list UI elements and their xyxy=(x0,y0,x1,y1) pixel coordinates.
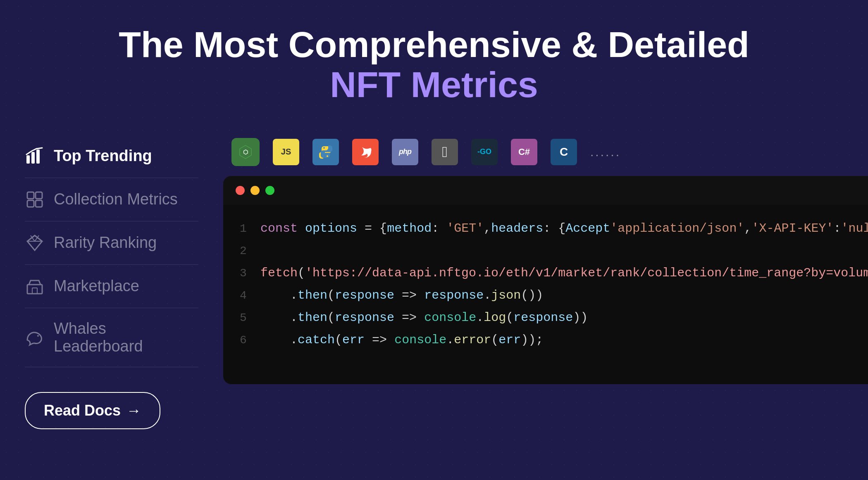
code-line-3: 3 fetch('https://data-api.nftgo.io/eth/v… xyxy=(223,262,868,284)
csharp-label: C# xyxy=(518,147,530,157)
hero-title-line1: The Most Comprehensive & Detailed xyxy=(119,25,749,65)
svg-text:⬡: ⬡ xyxy=(243,149,248,155)
code-panel: ⬡ JS xyxy=(223,138,868,384)
lang-icons-row: ⬡ JS xyxy=(223,138,868,166)
sidebar-item-rarity-ranking[interactable]: Rarity Ranking xyxy=(25,221,198,265)
lang-icon-go[interactable]: -GO xyxy=(471,139,498,165)
read-docs-button[interactable]: Read Docs → xyxy=(25,392,160,429)
whale-icon xyxy=(25,328,45,347)
sidebar-item-collection-metrics[interactable]: Collection Metrics xyxy=(25,178,198,221)
code-line-2: 2 xyxy=(223,240,868,262)
svg-rect-8 xyxy=(27,285,42,294)
sidebar: Top Trending Collection Metrics xyxy=(25,138,198,429)
sidebar-item-label-collection-metrics: Collection Metrics xyxy=(54,190,178,208)
read-docs-label: Read Docs xyxy=(44,402,121,419)
lang-icon-python[interactable] xyxy=(312,139,339,165)
code-line-4: 4 .then(response => response.json()) xyxy=(223,284,868,307)
code-content-3: fetch('https://data-api.nftgo.io/eth/v1/… xyxy=(260,262,868,284)
sidebar-item-label-whales-leaderboard: Whales Leaderboard xyxy=(54,320,198,355)
more-label: ...... xyxy=(590,145,621,159)
c-label: C xyxy=(560,145,568,159)
svg-rect-6 xyxy=(36,200,42,207)
arrow-right-icon: → xyxy=(126,402,141,419)
lang-icon-more[interactable]: ...... xyxy=(590,145,621,159)
code-line-5: 5 .then(response => console.log(response… xyxy=(223,307,868,329)
svg-point-12 xyxy=(323,147,325,149)
svg-rect-9 xyxy=(32,288,37,294)
go-label: -GO xyxy=(477,147,491,156)
window-close-dot xyxy=(236,186,245,195)
hero-title: The Most Comprehensive & Detailed NFT Me… xyxy=(119,25,749,105)
svg-rect-3 xyxy=(27,192,34,199)
svg-rect-5 xyxy=(27,200,34,207)
store-icon xyxy=(25,276,45,296)
lang-icon-swift[interactable] xyxy=(352,139,379,165)
diamond-icon xyxy=(25,233,45,253)
main-content: Top Trending Collection Metrics xyxy=(0,138,868,429)
line-number-1: 1 xyxy=(240,219,260,239)
sidebar-item-top-trending[interactable]: Top Trending xyxy=(25,146,198,178)
svg-point-10 xyxy=(37,335,39,337)
page-wrapper: The Most Comprehensive & Detailed NFT Me… xyxy=(0,0,868,480)
code-editor: 1 const options = {method: 'GET',headers… xyxy=(223,176,868,384)
svg-rect-0 xyxy=(26,155,30,164)
code-line-6: 6 .catch(err => console.error(err)); xyxy=(223,329,868,351)
sidebar-item-label-top-trending: Top Trending xyxy=(54,147,152,165)
lang-icon-php[interactable]: php xyxy=(392,139,418,165)
svg-point-13 xyxy=(327,155,328,157)
line-number-5: 5 xyxy=(240,308,260,328)
line-number-6: 6 xyxy=(240,330,260,351)
collection-icon xyxy=(25,190,45,209)
sidebar-item-label-rarity-ranking: Rarity Ranking xyxy=(54,234,157,252)
sidebar-item-marketplace[interactable]: Marketplace xyxy=(25,265,198,308)
lang-icon-c[interactable]: C xyxy=(551,139,577,165)
svg-rect-4 xyxy=(36,192,42,199)
code-content-5: .then(response => console.log(response)) xyxy=(260,307,588,329)
sidebar-item-whales-leaderboard[interactable]: Whales Leaderboard xyxy=(25,308,198,367)
editor-titlebar xyxy=(223,176,868,205)
php-label: php xyxy=(399,147,411,156)
code-body: 1 const options = {method: 'GET',headers… xyxy=(223,205,868,384)
window-maximize-dot xyxy=(265,186,274,195)
lang-icon-apple[interactable]:  xyxy=(432,139,458,165)
line-number-2: 2 xyxy=(240,241,260,261)
svg-rect-1 xyxy=(31,152,35,164)
hero-title-line2: NFT Metrics xyxy=(119,65,749,105)
code-line-1: 1 const options = {method: 'GET',headers… xyxy=(223,217,868,240)
line-number-3: 3 xyxy=(240,263,260,284)
line-number-4: 4 xyxy=(240,285,260,306)
lang-icon-javascript[interactable]: JS xyxy=(273,139,299,165)
svg-rect-2 xyxy=(36,150,40,164)
code-content-6: .catch(err => console.error(err)); xyxy=(260,329,543,351)
window-minimize-dot xyxy=(250,186,260,195)
apple-label:  xyxy=(442,143,447,161)
code-content-2 xyxy=(260,240,268,262)
lang-icon-nodejs[interactable]: ⬡ xyxy=(231,138,260,166)
lang-icon-csharp[interactable]: C# xyxy=(511,139,537,165)
sidebar-item-label-marketplace: Marketplace xyxy=(54,277,139,295)
svg-marker-7 xyxy=(27,235,42,250)
code-content-4: .then(response => response.json()) xyxy=(260,284,543,307)
chart-icon xyxy=(25,146,45,166)
js-label: JS xyxy=(281,147,291,157)
code-content-1: const options = {method: 'GET',headers: … xyxy=(260,217,868,240)
